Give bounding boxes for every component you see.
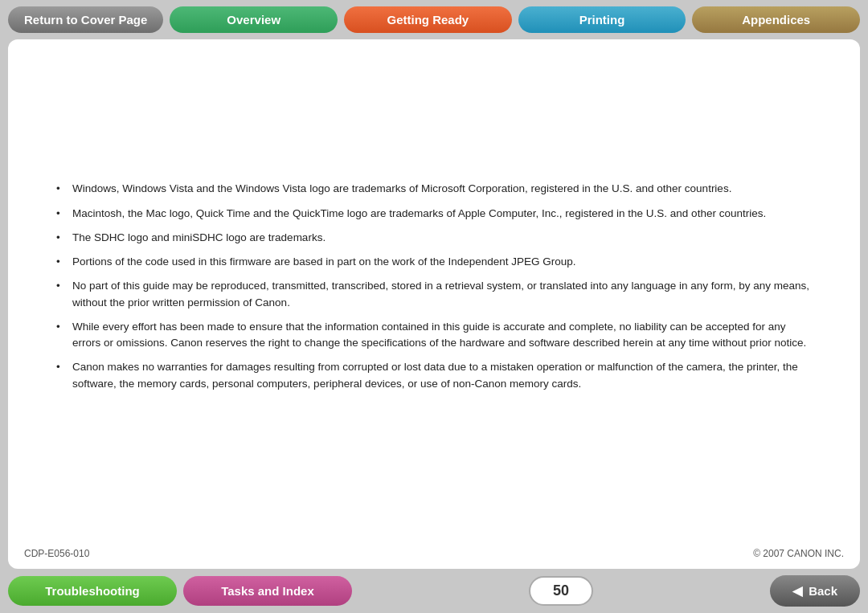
content-footer: CDP-E056-010 © 2007 CANON INC. <box>8 541 860 569</box>
main-content: Windows, Windows Vista and the Windows V… <box>8 39 860 569</box>
return-to-cover-button[interactable]: Return to Cover Page <box>8 6 163 33</box>
list-item: Portions of the code used in this firmwa… <box>56 254 812 270</box>
list-item: Canon makes no warranties for damages re… <box>56 359 812 392</box>
printing-button[interactable]: Printing <box>518 6 686 33</box>
getting-ready-button[interactable]: Getting Ready <box>344 6 512 33</box>
page-number: 50 <box>529 576 593 606</box>
list-item: While every effort has been made to ensu… <box>56 319 812 352</box>
page-number-container: 50 <box>352 576 770 606</box>
appendices-button[interactable]: Appendices <box>692 6 860 33</box>
list-item: The SDHC logo and miniSDHC logo are trad… <box>56 230 812 246</box>
top-nav: Return to Cover Page Overview Getting Re… <box>0 0 868 39</box>
tasks-index-button[interactable]: Tasks and Index <box>183 576 352 606</box>
bottom-nav: Troubleshooting Tasks and Index 50 ◀ Bac… <box>0 569 868 613</box>
back-arrow-icon: ◀ <box>792 583 802 599</box>
list-item: Macintosh, the Mac logo, Quick Time and … <box>56 206 812 222</box>
bullet-list: Windows, Windows Vista and the Windows V… <box>56 181 812 400</box>
list-item: No part of this guide may be reproduced,… <box>56 278 812 311</box>
back-button[interactable]: ◀ Back <box>770 575 860 607</box>
overview-button[interactable]: Overview <box>170 6 338 33</box>
troubleshooting-button[interactable]: Troubleshooting <box>8 576 177 606</box>
footer-left: CDP-E056-010 <box>24 548 89 559</box>
footer-right: © 2007 CANON INC. <box>753 548 844 559</box>
list-item: Windows, Windows Vista and the Windows V… <box>56 181 812 197</box>
back-label: Back <box>809 584 837 598</box>
content-body: Windows, Windows Vista and the Windows V… <box>8 39 860 541</box>
